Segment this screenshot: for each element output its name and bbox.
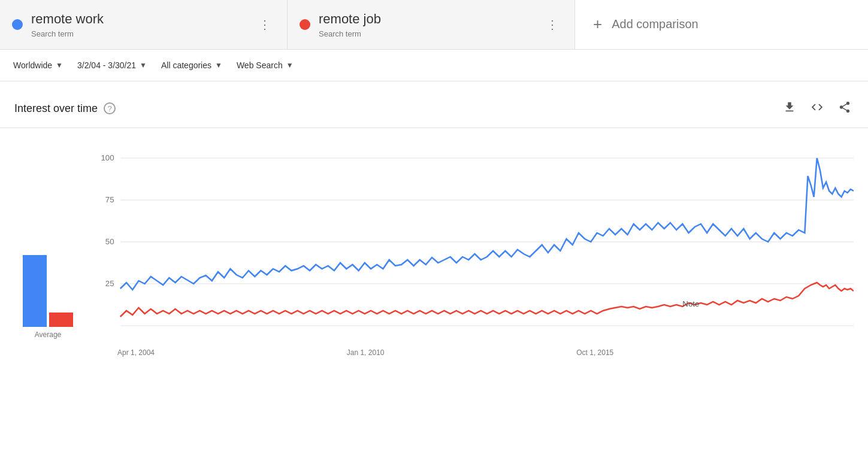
categories-filter[interactable]: All categories ▼ (160, 58, 223, 72)
header-bar: remote work Search term ⋮ remote job Sea… (0, 0, 868, 50)
x-label-1: Apr 1, 2004 (117, 348, 155, 357)
term-card-1: remote work Search term ⋮ (0, 0, 288, 49)
term2-info: remote job Search term (319, 11, 543, 38)
search-type-label: Web Search (237, 60, 283, 70)
add-comparison-btn[interactable]: + Add comparison (575, 0, 868, 49)
download-icon[interactable] (781, 98, 799, 119)
add-plus-icon: + (593, 15, 602, 34)
filter-bar: Worldwide ▼ 3/2/04 - 3/30/21 ▼ All categ… (0, 50, 868, 81)
term2-menu[interactable]: ⋮ (543, 15, 562, 34)
chart-sidebar: Average (0, 140, 96, 357)
location-filter[interactable]: Worldwide ▼ (12, 58, 64, 72)
search-type-filter[interactable]: Web Search ▼ (235, 58, 295, 72)
date-chevron: ▼ (140, 61, 147, 69)
svg-text:Note: Note (682, 299, 699, 308)
x-axis-labels: Apr 1, 2004 Jan 1, 2010 Oct 1, 2015 (96, 346, 854, 357)
avg-bars (23, 255, 73, 327)
x-label-2: Jan 1, 2010 (347, 348, 385, 357)
search-type-chevron: ▼ (286, 61, 294, 69)
help-icon[interactable]: ? (104, 102, 116, 114)
embed-icon[interactable] (808, 98, 826, 119)
avg-bar-blue (23, 255, 47, 327)
chart-svg: 100 75 50 25 Note (96, 140, 854, 344)
categories-label: All categories (161, 60, 211, 70)
term1-type: Search term (31, 29, 255, 38)
location-label: Worldwide (13, 60, 52, 70)
section-title: Interest over time (14, 102, 98, 115)
term1-menu[interactable]: ⋮ (255, 15, 275, 34)
term-card-2: remote job Search term ⋮ (288, 0, 575, 49)
term1-info: remote work Search term (31, 11, 255, 38)
term1-name: remote work (31, 11, 255, 28)
term2-dot (300, 19, 310, 30)
add-comparison-label: Add comparison (612, 17, 698, 31)
section-actions (781, 98, 854, 119)
term1-dot (12, 19, 23, 30)
location-chevron: ▼ (56, 61, 63, 69)
blue-line (120, 158, 854, 290)
red-line (120, 283, 854, 317)
main-content: Interest over time ? Average (0, 81, 868, 381)
x-label-3: Oct 1, 2015 (576, 348, 613, 357)
svg-text:100: 100 (101, 153, 114, 162)
date-label: 3/2/04 - 3/30/21 (77, 60, 136, 70)
categories-chevron: ▼ (215, 61, 222, 69)
svg-text:75: 75 (105, 195, 114, 204)
avg-bar-red (49, 313, 73, 327)
section-header: Interest over time ? (0, 87, 868, 128)
chart-container: Average 100 75 50 25 (0, 128, 868, 381)
section-title-area: Interest over time ? (14, 102, 116, 115)
chart-main: 100 75 50 25 Note Apr 1, 2004 Jan 1, 201… (96, 140, 854, 357)
avg-label: Average (35, 330, 61, 339)
share-icon[interactable] (836, 98, 854, 119)
term2-type: Search term (319, 29, 543, 38)
svg-text:25: 25 (105, 279, 114, 288)
svg-text:50: 50 (105, 237, 114, 246)
term2-name: remote job (319, 11, 543, 28)
date-filter[interactable]: 3/2/04 - 3/30/21 ▼ (76, 58, 148, 72)
